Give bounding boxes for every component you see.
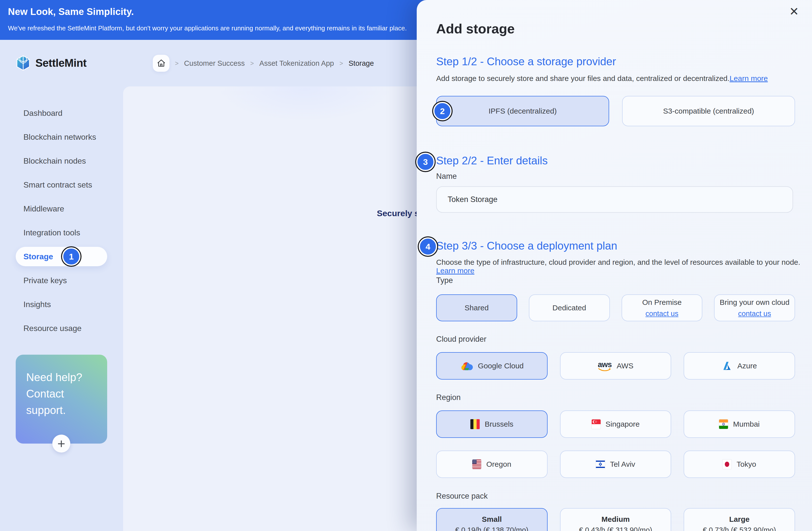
sidebar-item-label: Insights: [24, 300, 51, 309]
aws-logo: aws: [598, 362, 612, 372]
cloud-provider-options: Google Cloud aws AWS: [436, 352, 795, 380]
step2-heading: Step 2/2 - Enter details: [436, 154, 548, 167]
sidebar-item-dashboard[interactable]: Dashboard: [16, 101, 107, 125]
option-medium[interactable]: Medium € 0.43/h (€ 313.90/mo): [560, 508, 671, 531]
resource-pack-options: Small € 0.19/h (€ 138.70/mo) Medium € 0.…: [436, 508, 795, 531]
breadcrumb: > Customer Success > Asset Tokenization …: [153, 55, 374, 72]
name-label: Name: [436, 172, 457, 181]
name-input[interactable]: [436, 186, 793, 213]
tour-step-1-badge: 1: [62, 247, 81, 266]
main-partial-text: Securely st: [377, 208, 422, 218]
step1-description: Add storage to securely store and share …: [436, 74, 768, 83]
sidebar-item-label: Integration tools: [24, 228, 80, 237]
option-shared[interactable]: Shared: [436, 294, 517, 321]
storage-provider-options: 2 IPFS (decentralized) S3-compatible (ce…: [436, 96, 795, 126]
close-icon[interactable]: ✕: [786, 4, 801, 19]
option-aws[interactable]: aws AWS: [560, 352, 671, 380]
option-label: AWS: [617, 362, 633, 370]
option-tel-aviv[interactable]: Tel Aviv: [560, 451, 671, 478]
option-mumbai[interactable]: Mumbai: [684, 411, 795, 438]
sidebar-item-blockchain-networks[interactable]: Blockchain networks: [16, 125, 107, 149]
sidebar-item-storage[interactable]: Storage 1: [16, 247, 107, 266]
sidebar-item-blockchain-nodes[interactable]: Blockchain nodes: [16, 149, 107, 173]
sidebar-item-label: Middleware: [24, 204, 64, 213]
option-label: Brussels: [485, 420, 513, 428]
sidebar-item-resource-usage[interactable]: Resource usage: [16, 316, 107, 340]
help-text: Need help? Contact support.: [26, 369, 85, 418]
resource-pack-label: Resource pack: [436, 492, 488, 501]
option-label: Google Cloud: [478, 362, 524, 370]
add-storage-drawer: ✕ Add storage Step 1/2 - Choose a storag…: [417, 0, 812, 531]
option-ipfs-decentralized[interactable]: 2 IPFS (decentralized): [436, 96, 609, 126]
option-label: Azure: [737, 362, 757, 370]
banner-subtitle: We've refreshed the SettleMint Platform,…: [8, 25, 407, 32]
option-singapore[interactable]: Singapore: [560, 411, 671, 438]
breadcrumb-separator: >: [339, 60, 343, 67]
sidebar-item-middleware[interactable]: Middleware: [16, 197, 107, 221]
sidebar-item-private-keys[interactable]: Private keys: [16, 268, 107, 292]
india-flag-icon: [719, 419, 728, 429]
step1-learn-more-link[interactable]: Learn more: [729, 74, 768, 83]
sidebar-item-label: Storage: [24, 252, 53, 261]
japan-flag-icon: [723, 459, 731, 469]
byoc-contact-us-link[interactable]: contact us: [738, 310, 771, 318]
sidebar-item-smart-contract-sets[interactable]: Smart contract sets: [16, 173, 107, 197]
google-cloud-logo: [460, 361, 473, 371]
option-dedicated[interactable]: Dedicated: [529, 294, 610, 321]
singapore-flag-icon: [592, 419, 601, 429]
breadcrumb-item-customer-success[interactable]: Customer Success: [184, 59, 245, 68]
on-premise-contact-us-link[interactable]: contact us: [646, 310, 678, 318]
brand-name: SettleMint: [35, 57, 86, 69]
breadcrumb-item-asset-tokenization-app[interactable]: Asset Tokenization App: [259, 59, 334, 68]
option-small[interactable]: Small € 0.19/h (€ 138.70/mo): [436, 508, 548, 531]
settlemint-logo[interactable]: SettleMint: [16, 55, 86, 71]
help-card: Need help? Contact support. +: [16, 355, 107, 444]
option-oregon[interactable]: Oregon: [436, 451, 548, 478]
option-tokyo[interactable]: Tokyo: [684, 451, 795, 478]
region-label: Region: [436, 393, 461, 402]
option-brussels[interactable]: Brussels: [436, 411, 548, 438]
banner-title: New Look, Same Simplicity.: [8, 6, 134, 17]
usa-flag-icon: [472, 459, 481, 469]
sidebar-item-insights[interactable]: Insights: [16, 292, 107, 316]
home-button[interactable]: [153, 55, 170, 72]
drawer-title: Add storage: [436, 21, 515, 36]
pack-price: € 0.73/h (€ 532.90/mo): [703, 526, 776, 531]
help-plus-button[interactable]: +: [52, 434, 70, 453]
belgium-flag-icon: [470, 419, 480, 429]
sidebar-item-label: Smart contract sets: [24, 180, 92, 190]
option-label: Tel Aviv: [610, 460, 635, 469]
home-icon: [157, 59, 166, 68]
sidebar-item-integration-tools[interactable]: Integration tools: [16, 221, 107, 245]
option-bring-your-own-cloud[interactable]: Bring your own cloud contact us: [714, 294, 795, 321]
option-label: On Premise: [642, 298, 682, 307]
pack-title: Small: [482, 515, 502, 523]
tour-step-3-badge: 3: [416, 153, 435, 171]
sidebar-item-label: Resource usage: [24, 324, 82, 333]
tour-step-4-badge: 4: [419, 237, 437, 256]
breadcrumb-item-storage: Storage: [349, 59, 374, 68]
step3-description: Choose the type of infrastructure, cloud…: [436, 258, 812, 275]
pack-title: Medium: [601, 515, 629, 523]
option-label: Singapore: [606, 420, 640, 428]
pack-price: € 0.19/h (€ 138.70/mo): [455, 526, 528, 531]
sidebar-item-label: Private keys: [24, 276, 67, 285]
sidebar-item-label: Dashboard: [24, 108, 62, 118]
option-google-cloud[interactable]: Google Cloud: [436, 352, 548, 380]
pack-title: Large: [729, 515, 750, 523]
option-large[interactable]: Large € 0.73/h (€ 532.90/mo): [684, 508, 795, 531]
option-s3-compatible[interactable]: S3-compatible (centralized): [622, 96, 795, 126]
option-label: Bring your own cloud: [720, 298, 789, 307]
step3-description-text: Choose the type of infrastructure, cloud…: [436, 258, 800, 266]
option-azure[interactable]: Azure: [684, 352, 795, 380]
option-label: IPFS (decentralized): [489, 107, 556, 115]
pack-price: € 0.43/h (€ 313.90/mo): [579, 526, 652, 531]
option-on-premise[interactable]: On Premise contact us: [622, 294, 702, 321]
azure-logo: [722, 361, 732, 371]
option-label: Mumbai: [733, 420, 760, 428]
sidebar-item-label: Blockchain networks: [24, 133, 96, 142]
step1-heading: Step 1/2 - Choose a storage provider: [436, 55, 616, 68]
step1-description-text: Add storage to securely store and share …: [436, 74, 729, 83]
step3-heading: Step 3/3 - Choose a deployment plan: [436, 240, 617, 252]
step3-learn-more-link[interactable]: Learn more: [436, 266, 474, 275]
